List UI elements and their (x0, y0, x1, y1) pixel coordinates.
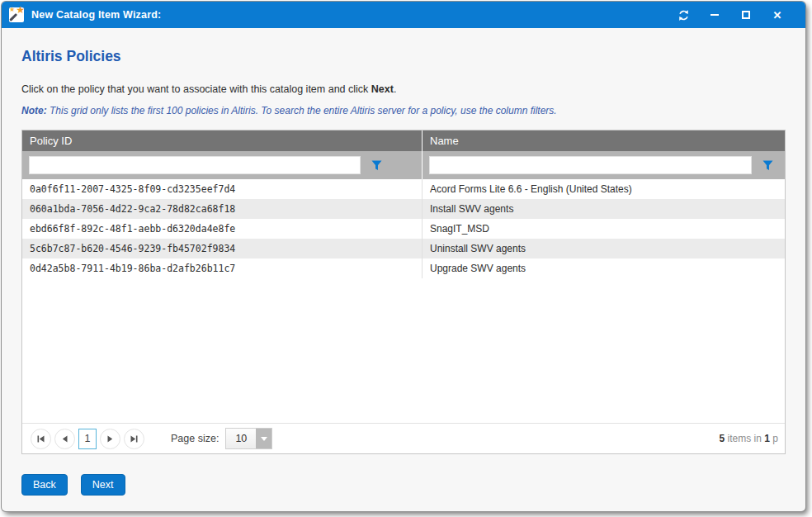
last-page-button[interactable] (124, 429, 144, 449)
policies-grid: Policy ID Name 0a0f6f11-20 (21, 130, 786, 454)
maximize-button[interactable] (739, 8, 753, 21)
policy-id-cell[interactable]: 0a0f6f11-2007-4325-8f09-cd3235eef7d4 (22, 179, 423, 199)
policy-id-cell[interactable]: 0d42a5b8-7911-4b19-86ba-d2afb26b11c7 (22, 258, 423, 278)
column-header-name[interactable]: Name (423, 130, 785, 151)
first-page-button[interactable] (31, 429, 51, 449)
pages-count: 1 (764, 433, 770, 444)
grid-filter-row (22, 151, 785, 179)
policy-id-filter-input[interactable] (29, 156, 361, 174)
page-size-dropdown[interactable]: 10 (225, 428, 272, 449)
star-icon: ★ (9, 6, 15, 13)
close-button[interactable]: ✕ (771, 8, 784, 21)
note-body: This grid only lists the first 100 polic… (47, 105, 557, 116)
table-row[interactable]: ebd66f8f-892c-48f1-aebb-d6320da4e8fe Sna… (22, 219, 785, 239)
items-middle-text: items in (725, 433, 764, 444)
column-header-policy-id[interactable]: Policy ID (22, 130, 423, 151)
wand-icon (9, 12, 17, 21)
page-size-value: 10 (226, 429, 256, 448)
instruction-prefix: Click on the policy that you want to ass… (21, 83, 371, 95)
name-filter-input[interactable] (429, 156, 752, 174)
current-page-button[interactable]: 1 (78, 429, 97, 449)
instruction-bold: Next (371, 83, 394, 95)
note-label: Note: (21, 105, 47, 116)
wizard-app-icon: ★ ★ (9, 7, 24, 22)
filter-icon[interactable] (762, 160, 773, 171)
next-button[interactable]: Next (81, 474, 125, 496)
refresh-icon[interactable] (677, 8, 690, 21)
grid-header-row: Policy ID Name (22, 130, 785, 151)
name-filter-cell (423, 151, 785, 179)
window-title: New Catalog Item Wizard: (31, 9, 162, 21)
policy-name-cell[interactable]: Uninstall SWV agents (423, 239, 785, 258)
title-bar: ★ ★ New Catalog Item Wizard: ✕ (2, 2, 805, 28)
note-text: Note: This grid only lists the first 100… (21, 105, 786, 116)
policy-name-cell[interactable]: Acord Forms Lite 6.6 - English (United S… (423, 179, 785, 199)
policy-name-cell[interactable]: Upgrade SWV agents (423, 258, 785, 278)
instruction-text: Click on the policy that you want to ass… (21, 83, 786, 95)
table-row[interactable]: 5c6b7c87-b620-4546-9239-fb45702f9834 Uni… (22, 239, 785, 258)
table-row[interactable]: 0a0f6f11-2007-4325-8f09-cd3235eef7d4 Aco… (22, 179, 785, 199)
policy-id-cell[interactable]: ebd66f8f-892c-48f1-aebb-d6320da4e8fe (22, 219, 423, 239)
policy-id-cell[interactable]: 5c6b7c87-b620-4546-9239-fb45702f9834 (22, 239, 423, 258)
wizard-window: ★ ★ New Catalog Item Wizard: ✕ Altiris P… (2, 2, 805, 511)
wizard-navigation: Back Next (21, 474, 786, 511)
policy-id-filter-cell (22, 151, 423, 179)
minimize-button[interactable] (708, 8, 721, 21)
chevron-down-icon[interactable] (256, 429, 271, 448)
filter-icon[interactable] (371, 160, 382, 171)
window-controls: ✕ (677, 8, 795, 21)
items-summary: 5 items in 1 p (720, 433, 778, 444)
grid-pager: 1 Page size: 10 5 items in 1 p (22, 423, 785, 453)
grid-empty-area (22, 278, 785, 423)
page-size-label: Page size: (171, 433, 219, 444)
policy-name-cell[interactable]: Install SWV agents (423, 199, 785, 219)
back-button[interactable]: Back (21, 474, 68, 496)
policy-id-cell[interactable]: 060a1bda-7056-4d22-9ca2-78d82ca68f18 (22, 199, 423, 219)
previous-page-button[interactable] (54, 429, 75, 449)
table-row[interactable]: 060a1bda-7056-4d22-9ca2-78d82ca68f18 Ins… (22, 199, 785, 219)
page-title: Altiris Policies (21, 48, 786, 65)
items-suffix-text: p (770, 433, 778, 444)
table-row[interactable]: 0d42a5b8-7911-4b19-86ba-d2afb26b11c7 Upg… (22, 258, 785, 278)
instruction-suffix: . (394, 83, 396, 95)
next-page-button[interactable] (100, 429, 120, 449)
policy-name-cell[interactable]: SnagIT_MSD (423, 219, 785, 239)
